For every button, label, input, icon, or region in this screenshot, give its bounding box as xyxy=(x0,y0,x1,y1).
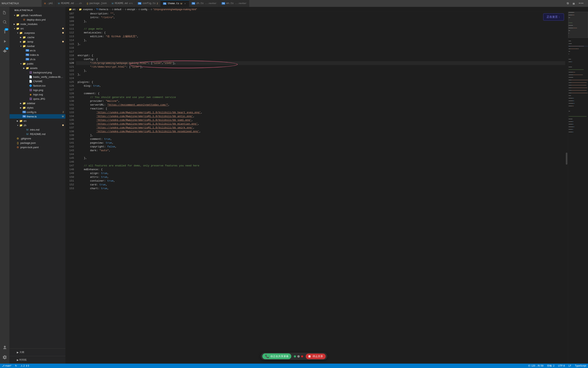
stop-share-button[interactable]: 停止共享 xyxy=(306,354,326,359)
code-line-119[interactable]: config: { xyxy=(76,57,565,61)
tree-item-cname[interactable]: 📄 CNAME xyxy=(9,79,65,83)
editor-scrollbar[interactable] xyxy=(565,12,568,364)
tab-theme[interactable]: TS theme.ts M ✕ xyxy=(161,0,189,7)
code-line-132[interactable]: reaction: [ xyxy=(76,107,565,110)
code-line-117[interactable] xyxy=(76,50,565,54)
tree-item-node-modules[interactable]: ▶ 📁 node_modules xyxy=(9,22,65,26)
activity-extensions[interactable]: 1 xyxy=(0,46,9,56)
code-line-129[interactable]: // You should generate and use your own … xyxy=(76,95,565,99)
tab-yaml[interactable]: ⚙ .yml xyxy=(42,0,55,7)
activity-git[interactable]: 13 xyxy=(0,27,9,37)
code-line-110[interactable] xyxy=(76,23,565,27)
code-line-108[interactable]: intro: "/intro", xyxy=(76,16,565,19)
code-line-134[interactable]: 'https://unpkg.com/@waline/emojis@1.1.0/… xyxy=(76,114,565,118)
activity-run[interactable] xyxy=(0,37,9,46)
tree-item-temp[interactable]: ▶ 📁 .temp xyxy=(9,39,65,44)
code-line-125[interactable]: plugins: { xyxy=(76,80,565,84)
tree-item-gitignore[interactable]: ⚙ .gitignore xyxy=(9,136,65,141)
more-btn[interactable]: ••• xyxy=(577,1,585,5)
tree-item-zh-folder[interactable]: ▾ 📁 zh xyxy=(9,123,65,127)
tree-item-public[interactable]: ▾ 📁 public xyxy=(9,61,65,66)
code-line-147[interactable]: // all features are enabled for demo, on… xyxy=(76,164,565,168)
activity-search[interactable] xyxy=(0,17,9,27)
tree-item-baidu-verify[interactable]: 📄 baidu_verify_codeva-l8i0P... xyxy=(9,75,65,79)
tree-item-pnpm-lock[interactable]: ⚙ pnpm-lock.yaml xyxy=(9,145,65,149)
code-line-135[interactable]: 'https://unpkg.com/@waline/emojis@1.1.0/… xyxy=(76,118,565,122)
tree-item-logo-png[interactable]: 🖼 logo.png xyxy=(9,88,65,92)
code-line-137[interactable]: 'https://unpkg.com/@waline/emojis@1.1.0/… xyxy=(76,126,565,129)
tab-config[interactable]: TS config.ts 2 xyxy=(135,0,160,7)
status-sync[interactable]: ↻ xyxy=(14,364,18,368)
code-line-120[interactable]: "/zh/programming/webpage-making.html": [… xyxy=(76,61,565,65)
code-line-114[interactable]: }, xyxy=(76,38,565,42)
code-line-138[interactable]: 'https://unpkg.com/@waline/emojis@1.1.0/… xyxy=(76,129,565,133)
tree-item-en-folder[interactable]: ▶ 📁 en xyxy=(9,119,65,123)
code-line-126[interactable]: blog: true, xyxy=(76,84,565,88)
tree-item-package-json[interactable]: {} package.json xyxy=(9,141,65,145)
tree-item-readme-md[interactable]: M README.md xyxy=(9,132,65,136)
tree-item-navbar[interactable]: ▾ 📁 navbar xyxy=(9,44,65,48)
tree-item-qsmx-jpg[interactable]: 🖼 qsmx.JPG xyxy=(9,97,65,101)
scrollbar-thumb[interactable] xyxy=(566,153,567,165)
tree-item-styles-folder[interactable]: ▶ 📁 styles xyxy=(9,105,65,110)
breadcrumb-config[interactable]: ⊹ config xyxy=(138,8,148,11)
status-git-branch[interactable]: ⎇ main* xyxy=(1,364,12,368)
tab-readme-zh[interactable]: M README.md ...zh xyxy=(55,0,84,7)
breadcrumb-encrypt[interactable]: ⊹ encrypt xyxy=(124,8,136,11)
tree-item-github[interactable]: ▾ 📁 .github / workflows xyxy=(9,13,65,17)
code-line-143[interactable]: dark: "auto", xyxy=(76,149,565,152)
tree-item-deploy[interactable]: ⚙ deploy-docs.yml xyxy=(9,17,65,22)
code-line-127[interactable] xyxy=(76,88,565,92)
status-encoding[interactable]: UTF-8 xyxy=(557,364,566,368)
tab-en[interactable]: TS en.ts ...navbar xyxy=(219,0,249,7)
tree-item-zh-ts-nav[interactable]: TS zh.ts xyxy=(9,57,65,61)
tab-readme-src[interactable]: M README.md src xyxy=(110,0,136,7)
status-language[interactable]: TypeScript xyxy=(574,364,587,368)
code-line-107[interactable]: description: "", xyxy=(76,12,565,16)
tree-item-theme-ts[interactable]: TS theme.ts M xyxy=(9,114,65,119)
code-line-121[interactable]: "/zh/demo/encrypt.html": ["1234"], xyxy=(76,65,565,69)
code-line-153[interactable]: chart: true, xyxy=(76,187,565,190)
code-line-136[interactable]: 'https://unpkg.com/@waline/emojis@1.1.0/… xyxy=(76,122,565,126)
status-indent[interactable]: 空格: 2 xyxy=(546,364,555,368)
layout-btn[interactable]: ▤ xyxy=(572,1,576,6)
code-line-118[interactable]: encrypt: { xyxy=(76,54,565,57)
code-line-109[interactable]: }, xyxy=(76,19,565,23)
timeline-section-header[interactable]: ▶ 时间线 xyxy=(12,357,63,362)
tree-item-intro-md[interactable]: M intro.md xyxy=(9,127,65,132)
code-line-128[interactable]: comment: { xyxy=(76,92,565,95)
status-errors[interactable]: ⚠ 2 ℹ 0 xyxy=(20,364,30,368)
tree-item-background-png[interactable]: 🖼 background.png xyxy=(9,70,65,75)
tree-item-config-ts[interactable]: TS config.ts 2 xyxy=(9,110,65,114)
code-line-146[interactable] xyxy=(76,160,565,164)
tree-item-logo-svg[interactable]: ◈ logo.svg xyxy=(9,92,65,97)
breadcrumb-theme-ts[interactable]: TS theme.ts xyxy=(95,8,109,11)
outline-section-header[interactable]: ▶ 大纲 xyxy=(12,350,63,355)
code-line-152[interactable]: card: true, xyxy=(76,183,565,187)
code-line-148[interactable]: mdEnhance: { xyxy=(76,168,565,171)
tree-item-cache[interactable]: ▶ 📁 .cache xyxy=(9,35,65,39)
tree-item-vuepress[interactable]: ▾ 📁 .vuepress xyxy=(9,31,65,35)
breadcrumb-default[interactable]: ⊹ default xyxy=(111,8,122,11)
breadcrumb-key-string[interactable]: ⊹ "/zh/programming/webpage-making.html" xyxy=(150,8,198,11)
code-line-112[interactable]: metaLocales: { xyxy=(76,31,565,35)
code-line-141[interactable]: pageview: true, xyxy=(76,141,565,145)
code-line-122[interactable]: }, xyxy=(76,69,565,73)
tab-theme-close[interactable]: ✕ xyxy=(184,2,187,5)
tab-package[interactable]: {} package.json xyxy=(84,0,110,7)
tree-item-sidebar-folder[interactable]: ▶ 📁 sidebar xyxy=(9,101,65,105)
code-line-133[interactable]: 'https://unpkg.com/@waline/emojis@1.1.0/… xyxy=(76,110,565,114)
code-line-150[interactable]: attrs: true, xyxy=(76,175,565,179)
code-line-142[interactable]: copyright: false, xyxy=(76,145,565,149)
tree-item-en-ts[interactable]: TS en.ts xyxy=(9,48,65,53)
sharing-status-btn[interactable]: 📞 你正在共享屏幕 xyxy=(262,353,291,359)
code-line-145[interactable]: }, xyxy=(76,156,565,160)
split-editor-btn[interactable]: ⧉ xyxy=(566,1,570,5)
code-line-140[interactable]: comment: true, xyxy=(76,137,565,141)
tree-item-index-ts[interactable]: TS index.ts xyxy=(9,53,65,57)
activity-accounts[interactable] xyxy=(0,343,9,352)
minimap-viewport[interactable] xyxy=(568,12,588,38)
code-line-130[interactable]: provider: "Waline", xyxy=(76,99,565,103)
code-line-124[interactable] xyxy=(76,76,565,80)
code-content[interactable]: description: "", intro: "/intro", }, // … xyxy=(76,12,565,364)
